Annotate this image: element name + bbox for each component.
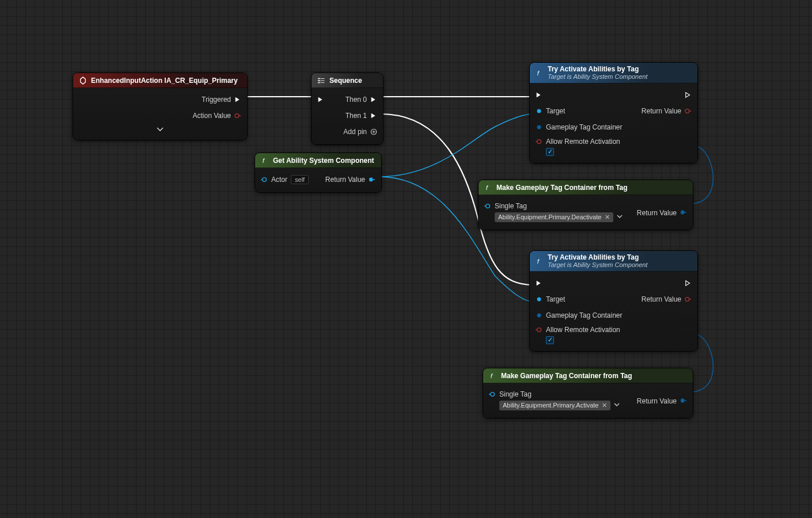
add-pin-button[interactable] [370,128,377,135]
function-icon: f [536,69,544,77]
pin-label-triggered: Triggered [202,96,231,104]
svg-point-11 [537,125,541,130]
svg-point-9 [537,109,541,113]
exec-in-pin[interactable] [536,92,542,98]
data-out-pin-return[interactable] [680,397,687,404]
add-pin-label: Add pin [343,128,367,136]
svg-point-23 [681,399,685,403]
data-out-pin-return[interactable] [685,108,692,115]
node-title-text: EnhancedInputAction IA_CR_Equip_Primary [91,77,238,85]
exec-in-pin[interactable] [536,280,542,287]
data-in-pin-allow-remote[interactable] [536,138,542,145]
node-get-ability-system-component[interactable]: f Get Ability System Component Actor sel… [255,153,381,192]
data-out-pin[interactable] [234,112,241,119]
tag-chip[interactable]: Ability.Equipment.Primary.Deactivate ✕ [495,212,613,222]
pin-label-target: Target [546,107,565,115]
node-title: f Make Gameplay Tag Container from Tag [479,180,693,195]
exec-out-pin-1[interactable] [370,112,377,119]
function-icon: f [484,184,492,192]
exec-out-pin-0[interactable] [370,96,377,103]
pin-label-target: Target [546,295,565,303]
function-icon: f [261,157,269,165]
svg-text:f: f [537,258,540,265]
pin-label-then0: Then 0 [346,96,367,104]
pin-label-action-value: Action Value [193,112,232,120]
exec-out-pin[interactable] [685,280,692,287]
node-title-text: Get Ability System Component [273,157,374,165]
node-try-activate-abilities-by-tag-2[interactable]: f Try Activate Abilities by Tag Target i… [530,251,697,351]
data-out-pin-return[interactable] [680,209,687,216]
data-out-pin-return[interactable] [685,296,692,303]
tag-chip-value: Ability.Equipment.Primary.Deactivate [498,214,601,220]
pin-label-tag-container: Gameplay Tag Container [546,311,623,319]
tag-chip[interactable]: Ability.Equipment.Primary.Activate ✕ [499,401,610,410]
node-title: f Try Activate Abilities by Tag Target i… [530,63,697,83]
svg-rect-1 [318,78,320,79]
node-title-text: Make Gameplay Tag Container from Tag [496,184,628,192]
event-icon [79,77,87,85]
pin-label-allow-remote: Allow Remote Activation [546,326,620,334]
node-try-activate-abilities-by-tag-1[interactable]: f Try Activate Abilities by Tag Target i… [530,63,697,163]
chevron-down-icon[interactable] [617,213,623,221]
node-title: EnhancedInputAction IA_CR_Equip_Primary [73,73,247,88]
node-subtitle-text: Target is Ability System Component [548,73,647,81]
pin-label-actor: Actor [271,176,287,184]
svg-point-12 [537,140,541,144]
svg-point-6 [263,178,267,182]
svg-point-0 [235,114,239,118]
tag-chip-value: Ability.Equipment.Primary.Activate [503,402,598,409]
node-make-gameplay-tag-container-2[interactable]: f Make Gameplay Tag Container from Tag S… [483,368,693,418]
tag-clear-icon[interactable]: ✕ [602,402,607,409]
node-title: f Get Ability System Component [255,153,381,168]
svg-point-17 [537,298,541,302]
pin-label-then1: Then 1 [346,112,367,120]
node-title: Sequence [312,73,383,88]
pin-label-return-value: Return Value [642,107,681,115]
svg-point-18 [685,298,689,302]
node-title: f Make Gameplay Tag Container from Tag [483,368,693,383]
svg-point-22 [491,392,495,396]
svg-rect-3 [318,82,320,83]
pin-label-return-value: Return Value [637,209,677,217]
node-title: f Try Activate Abilities by Tag Target i… [530,251,697,272]
node-sequence[interactable]: Sequence Then 0 Then 1 Add pin [312,73,383,144]
tag-clear-icon[interactable]: ✕ [605,214,610,221]
data-in-pin-tag-container[interactable] [536,124,542,131]
data-in-pin-actor[interactable] [261,176,268,183]
node-subtitle-text: Target is Ability System Component [548,261,647,269]
data-in-pin-target[interactable] [536,296,542,303]
data-in-pin-allow-remote[interactable] [536,326,542,333]
svg-point-20 [537,328,541,332]
function-icon: f [489,372,497,380]
data-in-pin-target[interactable] [536,108,542,115]
chevron-down-icon[interactable] [614,401,620,409]
node-enhanced-input-action[interactable]: EnhancedInputAction IA_CR_Equip_Primary … [73,73,247,140]
actor-value-box[interactable]: self [291,175,309,184]
data-in-pin-single-tag[interactable] [489,391,496,398]
pin-label-single-tag: Single Tag [499,390,532,398]
exec-in-pin[interactable] [317,96,324,103]
allow-remote-checkbox[interactable] [546,148,554,156]
data-in-pin-single-tag[interactable] [484,203,491,210]
exec-out-pin[interactable] [685,92,692,98]
svg-point-15 [681,211,685,215]
svg-text:f: f [486,184,489,191]
svg-text:f: f [491,372,494,379]
sequence-icon [317,77,325,85]
exec-out-pin[interactable] [234,96,241,103]
expand-toggle[interactable] [73,124,247,135]
data-out-pin-return[interactable] [369,176,375,183]
pin-label-tag-container: Gameplay Tag Container [546,123,623,131]
pin-label-return-value: Return Value [642,295,681,303]
svg-point-19 [537,314,541,318]
svg-point-14 [486,204,490,208]
node-title-text: Try Activate Abilities by Tag [548,254,647,261]
data-in-pin-tag-container[interactable] [536,312,542,319]
pin-label-allow-remote: Allow Remote Activation [546,138,620,146]
allow-remote-checkbox[interactable] [546,336,554,344]
node-make-gameplay-tag-container-1[interactable]: f Make Gameplay Tag Container from Tag S… [479,180,693,230]
node-title-text: Sequence [329,77,362,85]
svg-rect-2 [318,80,320,81]
pin-label-return-value: Return Value [637,397,677,405]
node-title-text: Try Activate Abilities by Tag [548,66,647,73]
